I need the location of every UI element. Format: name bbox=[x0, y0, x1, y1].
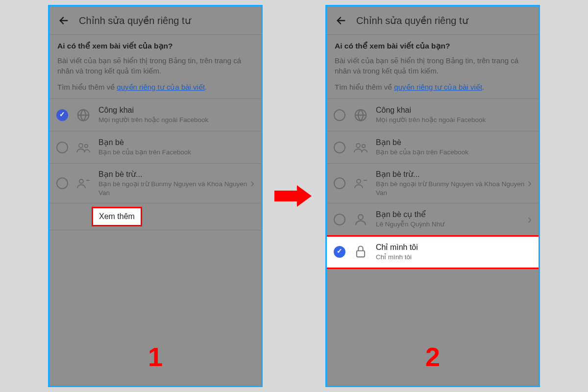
header: Chỉnh sửa quyền riêng tư bbox=[49, 6, 261, 35]
step-number-1: 1 bbox=[49, 342, 261, 372]
intro-learn: Tìm hiểu thêm về quyền riêng tư của bài … bbox=[335, 83, 531, 92]
globe-icon bbox=[352, 107, 369, 123]
see-more-row[interactable]: Xem thêm bbox=[49, 203, 261, 230]
intro-block: Ai có thể xem bài viết của bạn? Bài viết… bbox=[49, 35, 261, 98]
option-specific-friends[interactable]: Bạn bè cụ thể Lê Nguyễn Quỳnh Như › bbox=[327, 203, 539, 235]
svg-point-9 bbox=[362, 144, 365, 147]
friends-icon bbox=[352, 139, 369, 156]
arrow-right-icon bbox=[274, 185, 314, 207]
arrow-left-icon bbox=[336, 15, 346, 26]
radio-unselected[interactable] bbox=[334, 177, 345, 189]
intro-description: Bài viết của bạn sẽ hiển thị trong Bảng … bbox=[57, 55, 253, 76]
privacy-link[interactable]: quyền riêng tư của bài viết bbox=[117, 83, 205, 91]
radio-selected[interactable] bbox=[56, 109, 68, 121]
option-label: Bạn bè trừ... bbox=[98, 170, 247, 179]
friends-except-icon bbox=[352, 175, 369, 192]
learn-prefix: Tìm hiểu thêm về bbox=[335, 83, 394, 91]
lock-icon bbox=[352, 244, 369, 260]
chevron-right-icon: › bbox=[525, 176, 533, 190]
option-label: Chỉ mình tôi bbox=[376, 243, 533, 252]
chevron-right-icon: › bbox=[525, 213, 533, 226]
option-sub: Chỉ mình tôi bbox=[376, 253, 533, 262]
option-label: Bạn bè trừ... bbox=[376, 170, 525, 179]
svg-point-8 bbox=[356, 144, 360, 147]
option-friends[interactable]: Bạn bè Bạn bè của bạn trên Facebook bbox=[49, 131, 261, 163]
option-label: Công khai bbox=[376, 105, 533, 115]
header: Chỉnh sửa quyền riêng tư bbox=[327, 6, 539, 35]
option-label: Bạn bè bbox=[376, 138, 533, 147]
back-button[interactable] bbox=[334, 13, 348, 28]
arrow-left-icon bbox=[58, 15, 69, 26]
intro-description: Bài viết của bạn sẽ hiển thị trong Bảng … bbox=[335, 55, 531, 76]
svg-point-2 bbox=[79, 144, 83, 147]
friends-icon bbox=[75, 139, 92, 156]
option-sub: Bạn bè của bạn trên Facebook bbox=[376, 148, 533, 157]
phone-screen-2: Chỉnh sửa quyền riêng tư Ai có thể xem b… bbox=[325, 5, 540, 387]
svg-point-10 bbox=[357, 179, 361, 183]
step-number-2: 2 bbox=[327, 342, 539, 372]
option-label: Bạn bè cụ thể bbox=[376, 210, 525, 220]
privacy-link[interactable]: quyền riêng tư của bài viết bbox=[394, 83, 482, 91]
option-friends-except[interactable]: Bạn bè trừ... Bạn bè ngoại trừ Bunmy Ngu… bbox=[327, 163, 539, 203]
tutorial-stage: Chỉnh sửa quyền riêng tư Ai có thể xem b… bbox=[48, 5, 540, 387]
intro-question: Ai có thể xem bài viết của bạn? bbox=[57, 42, 253, 50]
transition-arrow bbox=[263, 5, 325, 387]
radio-selected[interactable] bbox=[334, 246, 345, 258]
option-sub: Bạn bè của bạn trên Facebook bbox=[98, 148, 255, 157]
option-public[interactable]: Công khai Mọi người trên hoặc ngoài Face… bbox=[49, 98, 261, 131]
see-more-button[interactable]: Xem thêm bbox=[92, 207, 142, 226]
option-sub: Mọi người trên hoặc ngoài Facebook bbox=[98, 116, 255, 124]
radio-unselected[interactable] bbox=[334, 142, 345, 153]
intro-block: Ai có thể xem bài viết của bạn? Bài viết… bbox=[327, 35, 539, 98]
header-title: Chỉnh sửa quyền riêng tư bbox=[356, 15, 468, 26]
learn-prefix: Tìm hiểu thêm về bbox=[57, 83, 117, 91]
option-sub: Bạn bè ngoại trừ Bunmy Nguyen và Khoa Ng… bbox=[376, 180, 525, 197]
option-sub: Mọi người trên hoặc ngoài Facebook bbox=[376, 116, 533, 124]
svg-rect-13 bbox=[357, 251, 365, 257]
intro-question: Ai có thể xem bài viết của bạn? bbox=[335, 42, 531, 50]
radio-unselected[interactable] bbox=[334, 109, 345, 121]
learn-suffix: . bbox=[482, 83, 484, 91]
radio-unselected[interactable] bbox=[56, 142, 68, 153]
intro-learn: Tìm hiểu thêm về quyền riêng tư của bài … bbox=[57, 83, 253, 92]
option-label: Công khai bbox=[98, 105, 255, 115]
option-sub: Lê Nguyễn Quỳnh Như bbox=[376, 220, 525, 229]
option-label: Bạn bè bbox=[98, 138, 255, 147]
phone-screen-1: Chỉnh sửa quyền riêng tư Ai có thể xem b… bbox=[48, 5, 263, 387]
radio-unselected[interactable] bbox=[334, 214, 345, 225]
chevron-right-icon: › bbox=[247, 176, 255, 190]
learn-suffix: . bbox=[205, 83, 207, 91]
friends-except-icon bbox=[75, 175, 92, 192]
svg-point-12 bbox=[358, 215, 363, 220]
option-friends[interactable]: Bạn bè Bạn bè của bạn trên Facebook bbox=[327, 131, 539, 163]
option-sub: Bạn bè ngoại trừ Bunmy Nguyen và Khoa Ng… bbox=[98, 180, 247, 197]
globe-icon bbox=[75, 107, 92, 123]
specific-friend-icon bbox=[352, 211, 369, 228]
svg-point-3 bbox=[85, 144, 88, 147]
option-friends-except[interactable]: Bạn bè trừ... Bạn bè ngoại trừ Bunmy Ngu… bbox=[49, 163, 261, 203]
radio-unselected[interactable] bbox=[56, 177, 68, 189]
header-title: Chỉnh sửa quyền riêng tư bbox=[79, 15, 191, 26]
option-public[interactable]: Công khai Mọi người trên hoặc ngoài Face… bbox=[327, 98, 539, 131]
back-button[interactable] bbox=[56, 13, 71, 28]
svg-point-4 bbox=[79, 179, 83, 183]
option-only-me[interactable]: Chỉ mình tôi Chỉ mình tôi bbox=[327, 235, 539, 269]
